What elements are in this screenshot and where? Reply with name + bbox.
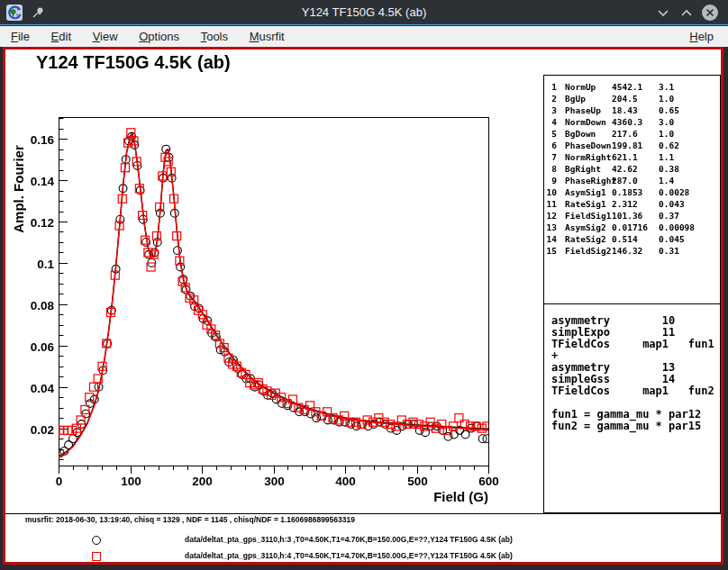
minimize-button[interactable] xyxy=(654,4,672,22)
param-row: 5BgDown217.61.0 xyxy=(544,128,720,140)
legend-square-marker xyxy=(92,552,101,561)
root-canvas[interactable]: Y124 TF150G 4.5K (ab) Ampl. Fourier Fiel… xyxy=(3,47,723,565)
param-row: 11RateSig12.3120.043 xyxy=(544,198,720,210)
legend-circle-marker xyxy=(92,536,101,545)
param-row: 1NormUp4542.13.1 xyxy=(544,81,720,93)
param-row: 6PhaseDown199.810.62 xyxy=(544,140,720,151)
theory-line: TFieldCos map1 fun2 xyxy=(551,385,720,397)
menu-help[interactable]: Help xyxy=(680,26,723,47)
theory-line: TFieldCos map1 fun1 xyxy=(551,339,720,350)
param-row: 3PhaseUp18.430.65 xyxy=(544,104,720,116)
menubar: File Edit View Options Tools Musrfit Hel… xyxy=(0,26,728,47)
y-axis-label: Ampl. Fourier xyxy=(11,116,25,262)
maximize-button[interactable] xyxy=(678,4,696,22)
close-button[interactable] xyxy=(701,4,719,22)
fit-parameter-box: 1NormUp4542.13.12BgUp204.51.03PhaseUp18.… xyxy=(543,75,721,304)
titlebar[interactable]: ++ Y124 TF150G 4.5K (ab) xyxy=(0,0,728,25)
param-row: 14RateSig20.5140.045 xyxy=(544,233,720,245)
menu-options[interactable]: Options xyxy=(130,26,188,47)
legend-entry-h3: data/deltat_pta_gps_3110,h:3 ,T0=4.50K,T… xyxy=(185,535,513,544)
menu-view[interactable]: View xyxy=(84,26,127,47)
theory-line: fun2 = gamma_mu * par15 xyxy=(551,421,720,432)
param-row: 15FieldSig2146.320.31 xyxy=(544,245,720,257)
param-row: 4NormDown4360.33.0 xyxy=(544,116,720,128)
theory-box: asymmetry 10simplExpo 11TFieldCos map1 f… xyxy=(543,304,721,513)
param-row: 9PhaseRight287.01.4 xyxy=(544,175,720,186)
menu-musrfit[interactable]: Musrfit xyxy=(241,26,294,47)
param-row: 2BgUp204.51.0 xyxy=(544,93,720,104)
window-title: Y124 TF150G 4.5K (ab) xyxy=(0,0,728,24)
param-row: 8BgRight42.620.38 xyxy=(544,163,720,175)
param-row: 10AsymSig10.18530.0028 xyxy=(544,186,720,198)
param-row: 7NormRight621.11.1 xyxy=(544,151,720,163)
menu-tools[interactable]: Tools xyxy=(192,26,237,47)
param-row: 12FieldSig1101.360.37 xyxy=(544,210,720,222)
menu-file[interactable]: File xyxy=(2,26,39,47)
plot-title: Y124 TF150G 4.5K (ab) xyxy=(36,52,231,73)
param-row: 13AsymSig20.017160.00098 xyxy=(544,222,720,233)
x-axis-label: Field (G) xyxy=(353,489,488,504)
menu-edit[interactable]: Edit xyxy=(42,26,80,47)
fit-status-line: musrfit: 2018-06-30, 13:19:40, chisq = 1… xyxy=(25,515,355,524)
legend-entry-h4: data/deltat_pta_gps_3110,h:4 ,T0=4.50K,T… xyxy=(185,551,513,560)
